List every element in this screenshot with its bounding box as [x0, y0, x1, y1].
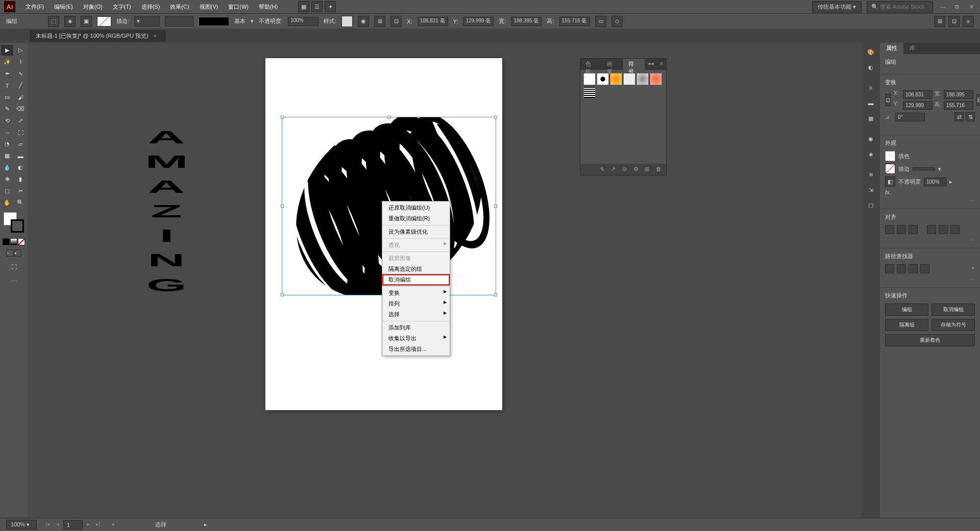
ctx-pixel-perfect[interactable]: 设为像素级优化	[382, 226, 450, 237]
transparency-panel-icon[interactable]: ▦	[865, 112, 877, 124]
next-artboard-icon[interactable]: ▸	[84, 520, 92, 528]
qa-group-button[interactable]: 编组	[885, 304, 928, 316]
ctx-collect-export[interactable]: 收集以导出	[382, 333, 450, 344]
color-panel-icon[interactable]: 🎨	[865, 46, 877, 58]
color-guide-icon[interactable]: ◐	[865, 61, 877, 73]
swatches-tab[interactable]: 色板	[580, 59, 602, 70]
stroke-weight[interactable]: ▾	[134, 16, 160, 27]
handle-ml[interactable]	[281, 205, 284, 208]
gradient-mode[interactable]	[10, 238, 17, 245]
menu-select[interactable]: 选择(S)	[137, 2, 164, 12]
magic-wand-tool[interactable]: ✨	[1, 57, 13, 67]
workspace-selector[interactable]: 传统基本功能 ▾	[812, 1, 862, 13]
draw-behind[interactable]: ▪	[14, 249, 21, 257]
snap-point-icon[interactable]: ⊡	[948, 16, 960, 27]
transform-ref-icon[interactable]: ⊡	[390, 16, 402, 27]
free-transform-tool[interactable]: ⛶	[14, 127, 27, 138]
asset-export-icon[interactable]: ⇲	[865, 184, 877, 196]
qa-isolate-button[interactable]: 隔离组	[885, 319, 928, 331]
rectangle-tool[interactable]: ▭	[1, 92, 13, 103]
align-top-icon[interactable]	[927, 225, 936, 234]
artboards-panel-icon[interactable]: ▢	[865, 199, 877, 211]
symbol-sprayer-tool[interactable]: ❋	[1, 174, 13, 185]
shape-props-icon[interactable]: ▭	[595, 16, 606, 27]
menu-file[interactable]: 文件(F)	[21, 2, 48, 12]
prop-angle[interactable]: 0°	[895, 113, 925, 121]
pf-unite-icon[interactable]	[885, 264, 894, 273]
shape-builder-tool[interactable]: ◔	[1, 139, 13, 149]
symbol-thumb[interactable]: ▫	[583, 73, 596, 85]
prop-y[interactable]: 129.999	[903, 101, 933, 110]
artboard-number[interactable]: 1	[63, 520, 83, 529]
type-tool[interactable]: T	[1, 80, 13, 91]
align-right-icon[interactable]	[909, 225, 918, 234]
x-input[interactable]: 108.831 毫	[418, 17, 448, 26]
ctx-arrange[interactable]: 排列	[382, 298, 450, 309]
symbol-break-icon[interactable]: ⊘	[622, 166, 629, 173]
menu-object[interactable]: 对象(O)	[79, 2, 107, 12]
none-mode[interactable]	[18, 238, 25, 245]
y-input[interactable]: 129.999 毫	[463, 17, 494, 26]
menu-effect[interactable]: 效果(C)	[166, 2, 193, 12]
fill-swatch[interactable]	[97, 16, 111, 27]
maximize-icon[interactable]: ⧉	[952, 3, 962, 10]
hand-tool[interactable]: ✋	[1, 197, 13, 208]
align-bottom-icon[interactable]	[950, 225, 960, 234]
symbol-thumb[interactable]	[597, 73, 609, 85]
appearance-more-icon[interactable]: ⋯	[885, 198, 975, 205]
prev-artboard-icon[interactable]: ◂	[54, 520, 62, 528]
mesh-tool[interactable]: ▦	[1, 150, 13, 161]
qa-recolor-button[interactable]: 重新着色	[885, 334, 975, 346]
artboard-tool[interactable]: ▢	[1, 186, 13, 196]
recolor-icon[interactable]: ◉	[358, 16, 369, 27]
symbol-thumb[interactable]	[623, 73, 635, 85]
symbol-link-icon[interactable]: ↯	[600, 166, 607, 173]
eraser-tool[interactable]: ⌫	[14, 104, 27, 114]
symbols-tab[interactable]: 符号	[623, 59, 645, 70]
handle-bl[interactable]	[281, 293, 284, 296]
gradient-panel-icon[interactable]: ▬	[865, 97, 877, 109]
properties-tab[interactable]: 属性	[880, 43, 903, 54]
menu-help[interactable]: 帮助(H)	[255, 2, 282, 12]
handle-br[interactable]	[494, 293, 497, 296]
ctx-select[interactable]: 选择	[382, 309, 450, 320]
symbol-options-icon[interactable]: ⚙	[633, 166, 641, 173]
handle-tm[interactable]	[387, 116, 390, 119]
prop-w[interactable]: 188.395	[944, 90, 973, 99]
align-vcenter-icon[interactable]	[939, 225, 948, 234]
menu-view[interactable]: 视图(V)	[195, 2, 223, 12]
gpu-icon[interactable]: ✦	[325, 1, 336, 12]
brushes-tab[interactable]: 画笔	[602, 59, 623, 70]
ctx-export-selection[interactable]: 导出所选项目...	[382, 344, 450, 355]
rotate-tool[interactable]: ⟲	[1, 115, 13, 126]
symbol-new-icon[interactable]: ⊞	[645, 166, 652, 173]
layers-panel-icon[interactable]: ≋	[865, 168, 877, 181]
last-artboard-icon[interactable]: ▸|	[94, 520, 102, 528]
flip-h-icon[interactable]: ⇄	[954, 112, 964, 121]
screen-mode[interactable]: ⛶	[8, 261, 20, 272]
prop-x[interactable]: 108.831	[903, 90, 933, 99]
pathfinder-more-icon[interactable]: ⋯	[885, 276, 975, 283]
draw-normal[interactable]: ▫	[7, 249, 14, 257]
snap-pixel-icon[interactable]: ⊞	[934, 16, 945, 27]
symbol-thumb[interactable]	[650, 73, 662, 85]
lasso-tool[interactable]: ⌇	[14, 57, 27, 67]
align-key-icon[interactable]: ◈	[64, 16, 76, 27]
var-width-profile[interactable]	[165, 16, 193, 27]
bbox-icon[interactable]: ⬚	[48, 16, 59, 27]
ctx-redo[interactable]: 重做取消编组(R)	[382, 213, 450, 224]
opacity-icon[interactable]: ◧	[885, 176, 895, 187]
w-input[interactable]: 188.395 毫	[511, 17, 542, 26]
handle-tr[interactable]	[494, 116, 497, 119]
graphic-styles-icon[interactable]: ◈	[865, 148, 877, 160]
symbol-thumb[interactable]	[610, 73, 622, 85]
pf-expand-icon[interactable]: ▸	[972, 264, 975, 273]
zoom-selector[interactable]: 100% ▾	[6, 520, 37, 529]
arrange-icon[interactable]: ☰	[311, 1, 323, 12]
pf-minus-icon[interactable]	[897, 264, 906, 273]
appearance-panel-icon[interactable]: ◉	[865, 133, 877, 145]
opacity-prop[interactable]: 100%	[924, 178, 946, 186]
perspective-tool[interactable]: ▱	[14, 139, 27, 149]
symbol-place-icon[interactable]: ↗	[611, 166, 618, 173]
stroke-panel-icon[interactable]: ≡	[865, 82, 877, 94]
